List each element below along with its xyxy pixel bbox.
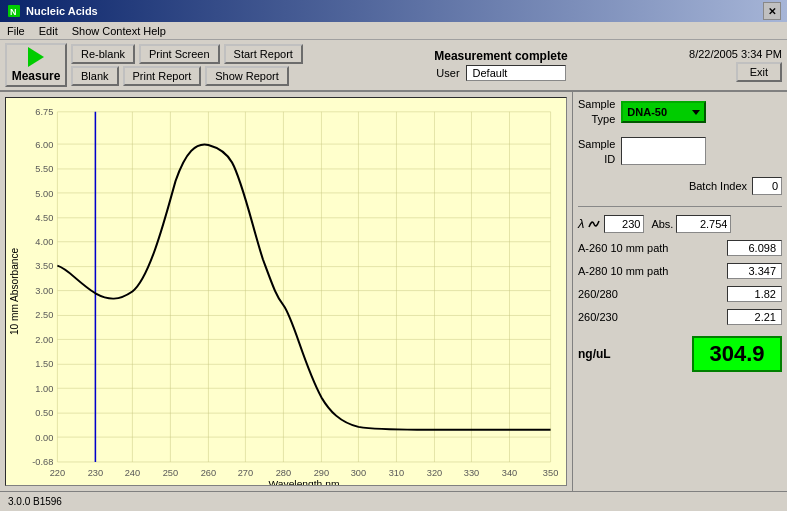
svg-text:280: 280 xyxy=(276,468,292,477)
ratio260280-value: 1.82 xyxy=(727,286,782,302)
svg-text:290: 290 xyxy=(314,468,330,477)
sample-type-section: Sample Type DNA-50 xyxy=(578,97,782,128)
measure-arrow-icon xyxy=(28,47,44,67)
version-text: 3.0.0 B1596 xyxy=(8,496,62,507)
datetime: 8/22/2005 3:34 PM xyxy=(689,48,782,60)
sample-id-section: Sample ID xyxy=(578,137,782,168)
a260-row: A-260 10 mm path 6.098 xyxy=(578,240,782,256)
wavelength-input[interactable] xyxy=(604,215,644,233)
svg-text:300: 300 xyxy=(351,468,367,477)
svg-text:230: 230 xyxy=(88,468,104,477)
chart-area: 10 mm Absorbance xyxy=(0,92,572,491)
ng-ul-value: 304.9 xyxy=(692,336,782,372)
svg-text:-0.68: -0.68 xyxy=(32,457,53,466)
svg-text:3.00: 3.00 xyxy=(35,287,53,296)
sample-type-label2: Type xyxy=(578,112,615,127)
dropdown-arrow-icon xyxy=(692,110,700,115)
menu-edit[interactable]: Edit xyxy=(36,25,61,37)
toolbar-button-group: Re-blank Print Screen Start Report Blank… xyxy=(71,44,303,86)
svg-text:350: 350 xyxy=(543,468,559,477)
sample-id-label: Sample xyxy=(578,137,615,152)
batch-index-label: Batch Index xyxy=(689,180,747,192)
sample-id-label2: ID xyxy=(578,152,615,167)
svg-text:5.50: 5.50 xyxy=(35,164,53,173)
svg-text:3.50: 3.50 xyxy=(35,262,53,271)
svg-text:220: 220 xyxy=(50,468,66,477)
measure-label: Measure xyxy=(12,69,61,83)
user-value: Default xyxy=(466,65,566,81)
sample-id-input[interactable] xyxy=(621,137,706,165)
svg-text:5.00: 5.00 xyxy=(35,189,53,198)
close-button[interactable]: ✕ xyxy=(763,2,781,20)
measure-button[interactable]: Measure xyxy=(5,43,67,87)
ng-ul-section: ng/uL 304.9 xyxy=(578,336,782,372)
menu-show-context-help[interactable]: Show Context Help xyxy=(69,25,169,37)
status-area: Measurement complete User Default xyxy=(317,49,685,81)
svg-text:6.75: 6.75 xyxy=(35,108,53,117)
lambda-icon: λ xyxy=(578,216,584,231)
ng-ul-label: ng/uL xyxy=(578,347,611,361)
sample-type-dropdown[interactable]: DNA-50 xyxy=(621,101,706,123)
svg-text:1.50: 1.50 xyxy=(35,360,53,369)
svg-text:340: 340 xyxy=(502,468,518,477)
svg-text:6.00: 6.00 xyxy=(35,140,53,149)
svg-text:320: 320 xyxy=(427,468,443,477)
toolbar: Measure Re-blank Print Screen Start Repo… xyxy=(0,40,787,92)
sample-type-label: Sample xyxy=(578,97,615,112)
svg-text:0.50: 0.50 xyxy=(35,408,53,417)
svg-text:260: 260 xyxy=(201,468,217,477)
menu-file[interactable]: File xyxy=(4,25,28,37)
svg-text:4.00: 4.00 xyxy=(35,238,53,247)
measurement-status: Measurement complete xyxy=(434,49,567,63)
wavelength-wave-icon xyxy=(587,217,601,231)
right-panel: Sample Type DNA-50 Sample ID Batch Index… xyxy=(572,92,787,491)
svg-text:Wavelength nm: Wavelength nm xyxy=(269,478,340,485)
print-screen-button[interactable]: Print Screen xyxy=(139,44,220,64)
app-title: Nucleic Acids xyxy=(26,5,98,17)
start-report-button[interactable]: Start Report xyxy=(224,44,303,64)
app-icon: N xyxy=(6,3,22,19)
abs-value[interactable] xyxy=(676,215,731,233)
a280-label: A-280 10 mm path xyxy=(578,265,669,277)
sample-type-value: DNA-50 xyxy=(627,106,667,118)
svg-text:2.50: 2.50 xyxy=(35,311,53,320)
svg-text:10 mm Absorbance: 10 mm Absorbance xyxy=(8,248,21,335)
ratio260280-row: 260/280 1.82 xyxy=(578,286,782,302)
abs-label: Abs. xyxy=(651,218,673,230)
chart-container: 10 mm Absorbance xyxy=(5,97,567,486)
svg-text:270: 270 xyxy=(238,468,254,477)
svg-text:0.00: 0.00 xyxy=(35,433,53,442)
main-content: 10 mm Absorbance xyxy=(0,92,787,491)
ratio260230-label: 260/230 xyxy=(578,311,618,323)
print-report-button[interactable]: Print Report xyxy=(123,66,202,86)
chart-svg: 10 mm Absorbance xyxy=(6,98,566,485)
a280-row: A-280 10 mm path 3.347 xyxy=(578,263,782,279)
ratio260230-row: 260/230 2.21 xyxy=(578,309,782,325)
divider-1 xyxy=(578,206,782,207)
svg-text:330: 330 xyxy=(464,468,480,477)
wavelength-row: λ Abs. xyxy=(578,215,782,233)
datetime-area: 8/22/2005 3:34 PM Exit xyxy=(689,48,782,82)
svg-text:4.50: 4.50 xyxy=(35,213,53,222)
exit-button[interactable]: Exit xyxy=(736,62,782,82)
show-report-button[interactable]: Show Report xyxy=(205,66,289,86)
batch-index-section: Batch Index xyxy=(578,177,782,195)
a260-label: A-260 10 mm path xyxy=(578,242,669,254)
svg-text:310: 310 xyxy=(389,468,405,477)
menu-bar: File Edit Show Context Help xyxy=(0,22,787,40)
svg-text:250: 250 xyxy=(163,468,179,477)
svg-rect-2 xyxy=(6,98,566,485)
a280-value: 3.347 xyxy=(727,263,782,279)
svg-text:2.00: 2.00 xyxy=(35,336,53,345)
re-blank-button[interactable]: Re-blank xyxy=(71,44,135,64)
svg-text:N: N xyxy=(10,7,17,17)
user-label: User xyxy=(436,67,459,79)
svg-text:1.00: 1.00 xyxy=(35,384,53,393)
svg-text:240: 240 xyxy=(125,468,141,477)
blank-button[interactable]: Blank xyxy=(71,66,119,86)
a260-value: 6.098 xyxy=(727,240,782,256)
title-bar: N Nucleic Acids ✕ xyxy=(0,0,787,22)
ratio260280-label: 260/280 xyxy=(578,288,618,300)
ratio260230-value: 2.21 xyxy=(727,309,782,325)
batch-index-input[interactable] xyxy=(752,177,782,195)
